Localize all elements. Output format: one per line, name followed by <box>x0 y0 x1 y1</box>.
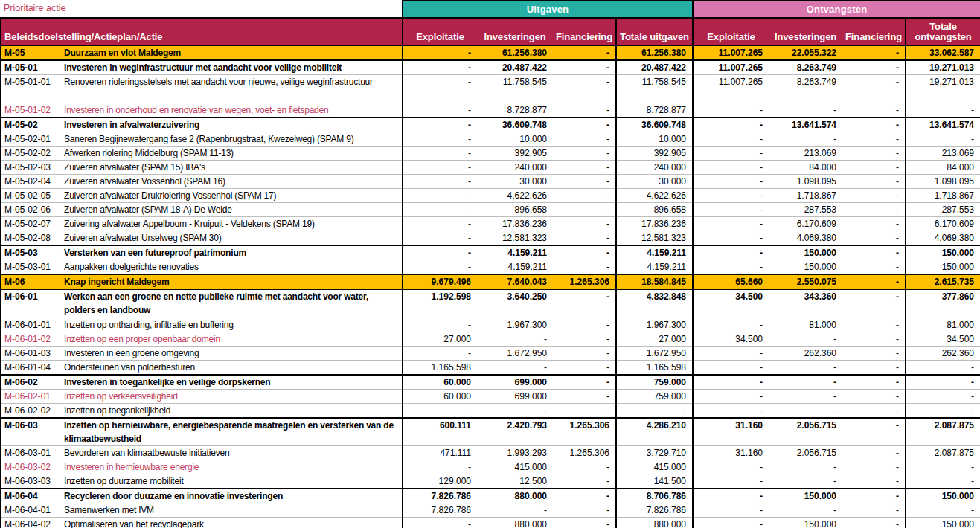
cell-value: - <box>403 161 477 175</box>
cell-value: 240.000 <box>616 161 693 175</box>
cell-value: - <box>693 318 769 332</box>
table-row: M-05-02-05Zuiveren afvalwater Drukrioler… <box>1 189 980 203</box>
cell-value: 1.967.300 <box>477 318 553 332</box>
cell-value: 13.641.574 <box>906 117 980 132</box>
cell-value: 1.672.950 <box>477 346 553 360</box>
cell-value: 18.584.845 <box>616 274 693 289</box>
cell-value: 4.832.848 <box>616 289 693 318</box>
cell-value: - <box>693 260 769 275</box>
cell-value: 4.622.626 <box>477 189 553 203</box>
row-code: M-05-02-06 <box>1 203 62 217</box>
row-code: M-05-01-02 <box>1 103 62 118</box>
cell-value: 7.826.786 <box>616 503 693 518</box>
cell-value: 287.553 <box>906 203 980 217</box>
cell-value: 1.098.095 <box>906 175 980 189</box>
row-code: M-06-01 <box>1 289 62 318</box>
cell-value: 392.905 <box>477 147 553 161</box>
cell-value: - <box>693 203 769 217</box>
cell-value: - <box>403 245 477 260</box>
cell-value: 30.000 <box>616 175 693 189</box>
cell-value: 4.286.210 <box>616 418 693 446</box>
table-row: M-05-02-06Zuiveren afvalwater (SPAM 18-A… <box>1 203 980 217</box>
cell-value: - <box>693 231 769 246</box>
cell-value: - <box>403 117 477 132</box>
cell-value: 27.000 <box>616 332 693 346</box>
cell-value: - <box>842 403 906 418</box>
cell-value: - <box>553 260 616 275</box>
cell-value: 1.718.867 <box>906 189 980 203</box>
cell-value: - <box>553 147 616 161</box>
cell-value: - <box>842 231 906 246</box>
column-header-uitgaven-financiering: Financiering <box>553 18 616 45</box>
cell-value: - <box>842 203 906 217</box>
cell-value: - <box>553 360 616 375</box>
cell-value: - <box>842 175 906 189</box>
row-code: M-05-02-07 <box>1 217 62 231</box>
column-header-totale-ontvangsten: Totale ontvangsten <box>906 18 980 45</box>
cell-value: - <box>693 375 769 390</box>
cell-value: 4.159.211 <box>477 245 553 260</box>
cell-value: 415.000 <box>616 460 693 474</box>
cell-value: - <box>693 518 769 528</box>
table-row: M-06-03-02Investeren in hernieuwbare ene… <box>1 460 980 474</box>
cell-value: - <box>553 332 616 346</box>
cell-value: - <box>842 474 906 489</box>
cell-value: 81.000 <box>906 318 980 332</box>
cell-value: 1.967.300 <box>616 318 693 332</box>
cell-value: - <box>842 446 906 460</box>
cell-value: - <box>906 460 980 474</box>
cell-value: 2.550.075 <box>769 274 842 289</box>
row-code: M-05-01 <box>1 60 62 75</box>
cell-value: 896.658 <box>616 203 693 217</box>
cell-value: 4.069.380 <box>906 231 980 246</box>
table-row: M-06-01-03Investeren in een groene omgev… <box>1 346 980 360</box>
group-header-ontvangsten: Ontvangsten <box>693 1 980 18</box>
cell-value: - <box>842 60 906 75</box>
row-label: Investeren in afvalwaterzuivering <box>62 117 403 132</box>
cell-value: 4.159.211 <box>616 245 693 260</box>
column-header-ontvangsten-investeringen: Investeringen <box>769 18 842 45</box>
cell-value: 8.706.786 <box>616 489 693 503</box>
table-row: M-05-03Versterken van een futureproof pa… <box>1 245 980 260</box>
cell-value: - <box>403 203 477 217</box>
cell-value: 262.360 <box>769 346 842 360</box>
column-header-ontvangsten-exploitatie: Exploitatie <box>693 18 769 45</box>
row-code: M-05-02-02 <box>1 147 62 161</box>
row-code: M-05-01-01 <box>1 75 62 103</box>
cell-value: - <box>693 103 769 118</box>
row-code: M-06-04-02 <box>1 518 62 528</box>
row-code: M-05-02-08 <box>1 231 62 246</box>
cell-value: 415.000 <box>477 460 553 474</box>
cell-value: - <box>842 289 906 318</box>
cell-value: 65.660 <box>693 274 769 289</box>
cell-value: 1.265.306 <box>553 446 616 460</box>
cell-value: 129.000 <box>403 474 477 489</box>
cell-value: 471.111 <box>403 446 477 460</box>
table-row: M-06-04-01Samenwerken met IVM7.826.786--… <box>1 503 980 518</box>
row-label: Saneren Begijnewatergang fase 2 (Rapenbr… <box>62 132 403 147</box>
row-code: M-06 <box>1 274 62 289</box>
cell-value: - <box>403 260 477 275</box>
cell-value: - <box>403 518 477 528</box>
cell-value: - <box>693 245 769 260</box>
cell-value: - <box>553 75 616 103</box>
cell-value: - <box>403 346 477 360</box>
cell-value: - <box>477 403 553 418</box>
cell-value: - <box>842 75 906 103</box>
cell-value: - <box>693 132 769 147</box>
cell-value: - <box>842 45 906 60</box>
cell-value: 150.000 <box>906 489 980 503</box>
cell-value: - <box>403 147 477 161</box>
cell-value: - <box>769 460 842 474</box>
cell-value: 213.069 <box>769 147 842 161</box>
cell-value: - <box>477 360 553 375</box>
row-label: Inzetten op toegankelijkheid <box>62 403 403 418</box>
cell-value: - <box>403 45 477 60</box>
cell-value: 1.265.306 <box>553 418 616 446</box>
cell-value: - <box>477 503 553 518</box>
cell-value: - <box>553 289 616 318</box>
cell-value: - <box>842 132 906 147</box>
cell-value: 262.360 <box>906 346 980 360</box>
cell-value: 19.271.013 <box>906 75 980 103</box>
cell-value: 600.111 <box>403 418 477 446</box>
